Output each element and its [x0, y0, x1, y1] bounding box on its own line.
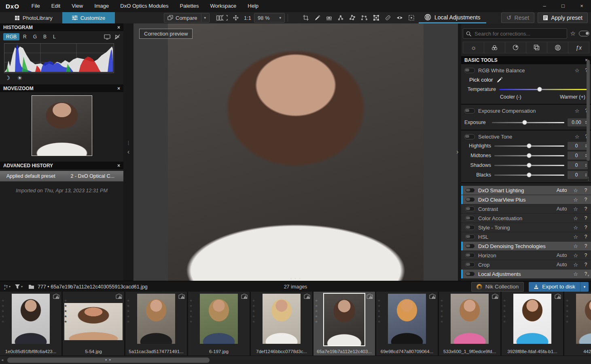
rating-star-icon[interactable]: ★	[503, 309, 506, 314]
star-rating[interactable]: ★★★★★	[64, 298, 67, 324]
left-splitter[interactable]: ⋮ ‹	[123, 23, 133, 281]
zoom-level-select[interactable]: 98 % ▾	[254, 13, 285, 23]
histogram-tab-r[interactable]: R	[20, 33, 30, 40]
history-selected-entry[interactable]: Applied default preset 2 - DxO Optical C…	[0, 171, 123, 181]
rating-star-icon[interactable]: ★	[1, 314, 4, 319]
main-photo[interactable]	[168, 23, 424, 281]
menu-edit[interactable]: Edit	[46, 0, 66, 12]
menu-palettes[interactable]: Palettes	[174, 0, 205, 12]
rating-star-icon[interactable]: ★	[503, 314, 506, 319]
tone-slider[interactable]	[494, 172, 564, 178]
rating-star-icon[interactable]: ★	[252, 298, 255, 303]
movezoom-thumbnail[interactable]	[32, 95, 92, 156]
menu-file[interactable]: File	[26, 0, 46, 12]
rating-star-icon[interactable]: ★	[64, 298, 67, 303]
menu-view[interactable]: View	[66, 0, 89, 12]
rating-star-icon[interactable]: ★	[1, 298, 4, 303]
scroll-left-icon[interactable]: ◂	[1, 358, 3, 362]
rating-star-icon[interactable]: ★	[127, 309, 130, 314]
tone-value-spinner[interactable]: 0 ▴▾	[568, 151, 588, 160]
eyedropper-tool-icon[interactable]	[312, 13, 323, 23]
zoom-1to1-button[interactable]: 1:1	[241, 13, 254, 23]
rating-star-icon[interactable]: ★	[1, 309, 4, 314]
move-tool-icon[interactable]	[230, 13, 241, 23]
rating-star-icon[interactable]: ★	[503, 298, 506, 303]
close-button[interactable]: ×	[572, 0, 591, 12]
right-panel-scrollbar[interactable]: ⋮ ▼	[586, 44, 591, 281]
search-input[interactable]	[474, 30, 564, 37]
section-toggle[interactable]	[465, 206, 475, 211]
histogram-tab-g[interactable]: G	[30, 33, 40, 40]
star-rating[interactable]: ★★★★★	[315, 298, 318, 324]
rating-star-icon[interactable]: ★	[315, 319, 318, 324]
minimize-button[interactable]: –	[535, 0, 554, 12]
tab-photolibrary[interactable]: PhotoLibrary	[5, 12, 62, 23]
rating-star-icon[interactable]: ★	[566, 319, 569, 324]
section-star-icon[interactable]: ☆	[573, 187, 578, 194]
white-balance-star-icon[interactable]: ☆	[575, 67, 580, 74]
menu-workspace[interactable]: Workspace	[204, 0, 242, 12]
menu-image[interactable]: Image	[89, 0, 114, 12]
tool-section-hsl[interactable]: HSL ☆ ?	[461, 232, 591, 241]
filmstrip-thumbnail-5[interactable]: ★★★★★ 7def1246bbcc0778d3c...	[251, 292, 314, 356]
thumbnail-photo[interactable]	[388, 294, 426, 344]
rating-star-icon[interactable]: ★	[315, 303, 318, 309]
rating-star-icon[interactable]: ★	[189, 309, 193, 314]
export-dropdown-caret[interactable]: ▾	[580, 282, 589, 292]
filmstrip-thumbnail-8[interactable]: ★★★★★ 533x600_1_9f0edce9fd...	[439, 292, 502, 356]
section-star-icon[interactable]: ☆	[573, 206, 578, 212]
scrollbar-grip-icon[interactable]: ⋮	[586, 176, 591, 181]
tab-customize[interactable]: Customize	[62, 12, 115, 23]
section-toggle[interactable]	[465, 271, 475, 276]
star-rating[interactable]: ★★★★★	[252, 298, 255, 324]
histogram-tab-rgb[interactable]: RGB	[3, 33, 19, 40]
tab-color-icon[interactable]	[484, 42, 505, 53]
section-star-icon[interactable]: ☆	[573, 252, 578, 259]
rating-star-icon[interactable]: ★	[64, 319, 67, 324]
crop-tool-icon[interactable]	[300, 13, 311, 23]
apply-preset-button[interactable]: Apply preset	[538, 13, 588, 23]
menu-dxo-optics-modules[interactable]: DxO Optics Modules	[114, 0, 174, 12]
tool-section-crop[interactable]: Crop Auto ☆ ?	[461, 260, 591, 269]
scroll-down-icon[interactable]: ▼	[586, 274, 591, 278]
tool-section-style-toning[interactable]: Style - Toning ☆ ?	[461, 223, 591, 232]
filmstrip-thumbnail-9[interactable]: ★★★★★ 3928f88e-fdaf-45fa-b1...	[502, 292, 564, 356]
rating-star-icon[interactable]: ★	[189, 319, 193, 324]
section-toggle[interactable]	[465, 225, 475, 230]
rating-star-icon[interactable]: ★	[64, 303, 67, 309]
local-adjustments-button[interactable]: Local Adjustments	[419, 12, 486, 23]
tab-light-icon[interactable]: ☼	[463, 42, 484, 53]
active-corrections-toggle[interactable]	[579, 31, 589, 36]
section-toggle[interactable]	[465, 244, 475, 248]
star-rating[interactable]: ★★★★★	[503, 298, 506, 324]
star-rating[interactable]: ★★★★★	[377, 298, 381, 324]
rating-star-icon[interactable]: ★	[252, 314, 255, 319]
rating-star-icon[interactable]: ★	[566, 309, 569, 314]
filmstrip-scrollbar-thumb[interactable]: • •	[7, 358, 210, 363]
filmstrip-thumbnail-7[interactable]: ★★★★★ 69e98cd747a80709064...	[376, 292, 439, 356]
scrollbar-thumb[interactable]	[587, 60, 590, 161]
rating-star-icon[interactable]: ★	[566, 303, 569, 309]
tool-section-dxo-clearview-plus[interactable]: DxO ClearView Plus ☆ ?	[461, 195, 591, 204]
thumbnail-photo[interactable]	[451, 294, 489, 344]
filmstrip-thumbnail-10[interactable]: ★★★★★ 442463fb...	[564, 292, 591, 356]
export-to-disk-button[interactable]: Export to disk ▾	[529, 282, 589, 292]
pick-color-button[interactable]: Pick color	[464, 75, 588, 84]
clipping-preview-icon[interactable]	[114, 34, 120, 40]
rating-star-icon[interactable]: ★	[440, 298, 443, 303]
tool-section-dxo-denoising-technologies[interactable]: DxO Denoising Technologies ☆ ?	[461, 242, 591, 250]
star-rating[interactable]: ★★★★★	[127, 298, 130, 324]
section-star-icon[interactable]: ☆	[573, 225, 578, 231]
rating-star-icon[interactable]: ★	[252, 309, 255, 314]
filmstrip-thumbnail-4[interactable]: ★★★★★ 6-197.jpg	[188, 292, 251, 356]
rating-star-icon[interactable]: ★	[189, 303, 193, 309]
grid-overlay-tool-icon[interactable]	[371, 13, 381, 23]
compare-button[interactable]: Compare ▾	[164, 13, 210, 23]
repair-tool-icon[interactable]	[382, 13, 393, 23]
rating-star-icon[interactable]: ★	[64, 309, 67, 314]
star-rating[interactable]: ★★★★★	[440, 298, 443, 324]
tone-slider[interactable]	[494, 143, 564, 149]
section-toggle[interactable]	[465, 216, 475, 221]
splitter-grip-icon[interactable]: ⋮	[123, 140, 133, 146]
favorites-filter-icon[interactable]: ☆	[570, 30, 576, 37]
